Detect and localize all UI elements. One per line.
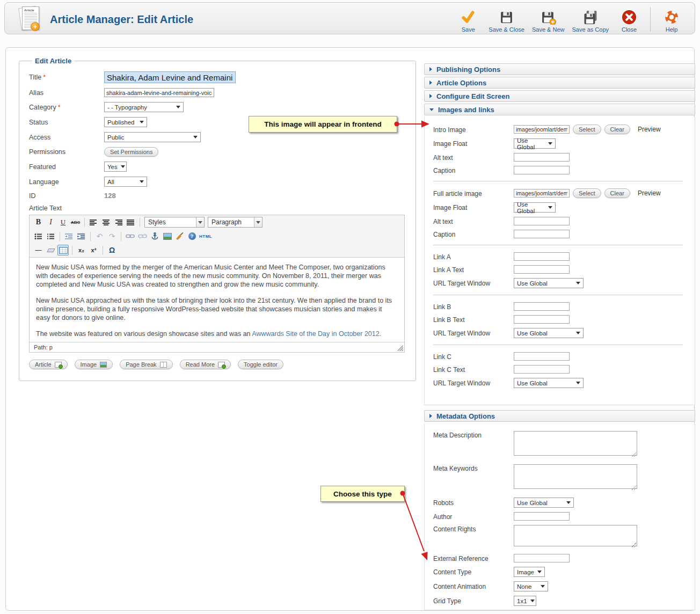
link-b-target-select[interactable]: Use Global — [514, 328, 584, 338]
content-type-select[interactable]: Image — [514, 567, 545, 577]
indent-button[interactable] — [76, 231, 87, 242]
html-source-button[interactable]: HTML — [199, 231, 213, 242]
full-image-float-select[interactable]: Use Global — [514, 202, 556, 213]
special-char-button[interactable]: Ω — [106, 245, 118, 255]
meta-keywords-textarea[interactable] — [514, 464, 637, 489]
align-right-button[interactable] — [113, 217, 124, 228]
link-c-text-input[interactable] — [514, 365, 570, 374]
full-preview-label: Preview — [638, 189, 661, 197]
editor-content[interactable]: New Music USA was formed by the merger o… — [30, 257, 404, 342]
meta-description-textarea[interactable] — [514, 431, 637, 456]
outdent-button[interactable] — [63, 231, 75, 242]
link-a-target-select[interactable]: Use Global — [514, 278, 584, 288]
bold-button[interactable]: B — [33, 217, 44, 228]
set-permissions-button[interactable]: Set Permissions — [104, 147, 158, 157]
intro-select-button[interactable]: Select — [573, 125, 601, 134]
right-panel: Publishing Options Article Options Confi… — [424, 63, 695, 614]
anchor-button[interactable] — [149, 231, 161, 242]
link-a-input[interactable] — [514, 252, 570, 261]
save-close-button[interactable]: Save & Close — [485, 6, 528, 33]
link-b-text-input[interactable] — [514, 315, 570, 324]
access-select[interactable]: Public — [104, 132, 201, 142]
permissions-label: Permissions — [29, 148, 104, 156]
cleanup-button[interactable] — [174, 231, 185, 242]
numbered-list-button[interactable] — [45, 231, 56, 242]
align-left-button[interactable] — [88, 217, 99, 228]
remove-link-button[interactable] — [137, 231, 148, 242]
grid-type-select[interactable]: 1x1 — [514, 596, 536, 606]
link-c-label: Link C — [433, 353, 514, 361]
subscript-button[interactable]: x₂ — [76, 245, 87, 255]
help-button[interactable]: Help — [655, 6, 688, 33]
insert-link-button[interactable] — [125, 231, 136, 242]
section-divider — [433, 181, 683, 181]
featured-select[interactable]: Yes — [104, 162, 127, 172]
link-a-text-input[interactable] — [514, 265, 570, 274]
page-break-button[interactable]: Page Break — [120, 360, 172, 369]
superscript-button[interactable]: x² — [88, 245, 99, 255]
editor-help-button[interactable]: ? — [186, 231, 198, 242]
align-center-button[interactable] — [100, 217, 112, 228]
full-alt-text-input[interactable] — [514, 217, 570, 225]
close-button[interactable]: Close — [612, 6, 646, 33]
intro-image-float-select[interactable]: Use Global — [514, 138, 556, 149]
save-copy-button[interactable]: Save as Copy — [568, 6, 612, 33]
article-link[interactable]: Awwwards Site of the Day in October 2012… — [252, 330, 381, 338]
image-button[interactable]: Image — [75, 360, 113, 369]
content-rights-textarea[interactable] — [514, 525, 637, 546]
link-c-target-select[interactable]: Use Global — [514, 378, 584, 388]
link-b-input[interactable] — [514, 302, 570, 311]
chevron-down-icon — [140, 121, 144, 123]
chevron-down-icon — [530, 600, 535, 602]
intro-clear-button[interactable]: Clear — [604, 125, 630, 134]
full-select-button[interactable]: Select — [573, 188, 601, 198]
insert-table-button[interactable] — [57, 245, 69, 255]
undo-button[interactable]: ↶ — [94, 231, 105, 242]
styles-dropdown[interactable]: Styles — [144, 217, 205, 228]
intro-image-input[interactable] — [514, 125, 570, 134]
horizontal-rule-button[interactable]: — — [33, 245, 44, 255]
slider-metadata-options[interactable]: Metadata Options — [424, 410, 695, 422]
bullet-list-button[interactable] — [33, 231, 44, 242]
chevron-down-icon — [548, 206, 552, 209]
align-justify-button[interactable] — [125, 217, 136, 228]
full-clear-button[interactable]: Clear — [604, 188, 630, 198]
remove-format-button[interactable] — [45, 245, 56, 255]
language-select[interactable]: All — [104, 177, 147, 187]
save-new-button[interactable]: Save & New — [528, 6, 568, 33]
slider-publishing-options[interactable]: Publishing Options — [424, 63, 695, 75]
intro-alt-text-input[interactable] — [514, 153, 570, 162]
slider-article-options[interactable]: Article Options — [424, 77, 695, 89]
read-more-button[interactable]: Read More — [180, 360, 231, 369]
italic-button[interactable]: I — [45, 217, 56, 228]
article-paragraph: The website was featured on various desi… — [36, 330, 398, 338]
author-input[interactable] — [514, 512, 570, 521]
link-c-input[interactable] — [514, 352, 570, 361]
redo-button[interactable]: ↷ — [106, 231, 118, 242]
alias-input[interactable] — [104, 88, 214, 97]
category-select[interactable]: - - Typography — [104, 102, 184, 112]
slider-images-and-links[interactable]: Images and links — [424, 104, 695, 115]
slider-configure-edit-screen[interactable]: Configure Edit Screen — [424, 90, 695, 102]
url-target-window-label: URL Target Window — [433, 279, 514, 287]
article-icon-label: Article — [24, 9, 37, 12]
title-row: Title* — [29, 71, 405, 83]
article-button[interactable]: Article — [29, 360, 68, 369]
save-button[interactable]: Save — [451, 6, 485, 33]
toggle-editor-button[interactable]: Toggle editor — [238, 360, 283, 369]
content-animation-select[interactable]: None — [514, 581, 548, 591]
strikethrough-button[interactable]: ABC — [70, 217, 81, 228]
editor-resize-handle[interactable] — [398, 346, 403, 351]
insert-image-button[interactable] — [162, 231, 173, 242]
title-input[interactable] — [104, 71, 236, 83]
full-article-image-input[interactable] — [514, 189, 570, 198]
chevron-right-icon — [429, 67, 432, 71]
external-reference-input[interactable] — [514, 554, 570, 562]
format-dropdown[interactable]: Paragraph — [208, 217, 262, 228]
full-caption-input[interactable] — [514, 230, 570, 238]
status-select[interactable]: Published — [104, 117, 147, 127]
intro-caption-input[interactable] — [514, 166, 570, 174]
robots-select[interactable]: Use Global — [514, 498, 574, 508]
underline-button[interactable]: U — [57, 217, 69, 228]
title-label: Title — [29, 74, 41, 81]
